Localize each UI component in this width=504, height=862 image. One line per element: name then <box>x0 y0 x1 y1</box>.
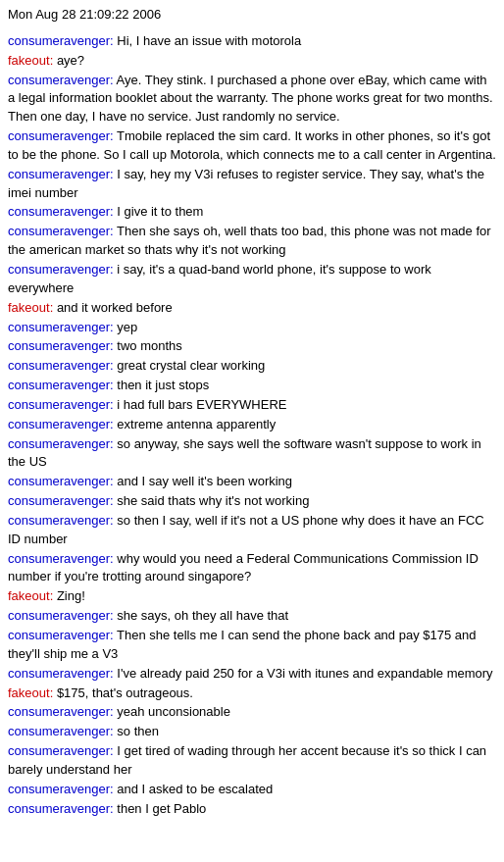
chat-line: fakeout: Zing! <box>8 587 496 606</box>
chat-line: consumeravenger: yep <box>8 319 496 337</box>
username: fakeout: <box>8 588 53 603</box>
username: consumeravenger: <box>8 73 114 87</box>
chat-line: consumeravenger: and I asked to be escal… <box>8 781 496 799</box>
username: consumeravenger: <box>8 33 114 48</box>
username: consumeravenger: <box>8 358 114 373</box>
chat-line: consumeravenger: so then <box>8 723 496 741</box>
username: consumeravenger: <box>8 224 114 238</box>
username: consumeravenger: <box>8 320 114 334</box>
message-text: I've already paid 250 for a V3i with itu… <box>114 666 493 681</box>
username: consumeravenger: <box>8 128 114 143</box>
message-text: i had full bars EVERYWHERE <box>114 397 287 412</box>
username: consumeravenger: <box>8 608 114 623</box>
chat-line: consumeravenger: why would you need a Fe… <box>8 550 496 587</box>
chat-line: fakeout: $175, that's outrageous. <box>8 685 496 703</box>
chat-line: consumeravenger: so then I say, well if … <box>8 512 496 549</box>
message-text: Zing! <box>53 588 85 603</box>
username: consumeravenger: <box>8 474 114 488</box>
chat-line: consumeravenger: then it just stops <box>8 377 496 395</box>
chat-line: consumeravenger: Tmobile replaced the si… <box>8 127 496 165</box>
username: consumeravenger: <box>8 628 114 642</box>
username: fakeout: <box>8 300 53 315</box>
message-text: and I say well it's been working <box>114 474 292 488</box>
message-text: yep <box>114 320 138 334</box>
chat-line: consumeravenger: i had full bars EVERYWH… <box>8 396 496 415</box>
chat-line: consumeravenger: I say, hey my V3i refus… <box>8 166 496 203</box>
chat-line: consumeravenger: two months <box>8 337 496 356</box>
message-text: and it worked before <box>53 300 172 315</box>
chat-line: consumeravenger: Aye. They stink. I purc… <box>8 72 496 127</box>
message-text: $175, that's outrageous. <box>53 685 193 700</box>
username: consumeravenger: <box>8 204 114 219</box>
username: consumeravenger: <box>8 801 114 816</box>
message-text: and I asked to be escalated <box>114 782 274 796</box>
chat-line: consumeravenger: Then she says oh, well … <box>8 223 496 260</box>
message-text: Hi, I have an issue with motorola <box>114 33 301 48</box>
username: consumeravenger: <box>8 378 114 392</box>
message-text: I give it to them <box>114 204 204 219</box>
chat-line: consumeravenger: great crystal clear wor… <box>8 357 496 376</box>
message-text: aye? <box>53 53 84 68</box>
username: consumeravenger: <box>8 493 114 508</box>
username: consumeravenger: <box>8 167 114 181</box>
username: consumeravenger: <box>8 417 114 431</box>
timestamp: Mon Aug 28 21:09:22 2006 <box>8 6 496 25</box>
username: consumeravenger: <box>8 513 114 528</box>
chat-line: consumeravenger: so anyway, she says wel… <box>8 435 496 473</box>
chat-line: consumeravenger: i say, it's a quad-band… <box>8 261 496 298</box>
username: fakeout: <box>8 685 53 700</box>
chat-line: fakeout: aye? <box>8 52 496 71</box>
username: consumeravenger: <box>8 436 114 451</box>
message-text: she said thats why it's not working <box>114 493 310 508</box>
username: consumeravenger: <box>8 666 114 681</box>
message-text: she says, oh they all have that <box>114 608 289 623</box>
chat-line: consumeravenger: she said thats why it's… <box>8 492 496 511</box>
username: consumeravenger: <box>8 704 114 719</box>
chat-line: consumeravenger: yeah unconsionable <box>8 703 496 722</box>
chat-line: consumeravenger: and I say well it's bee… <box>8 473 496 491</box>
username: consumeravenger: <box>8 551 114 566</box>
message-text: great crystal clear working <box>114 358 266 373</box>
username: consumeravenger: <box>8 743 114 758</box>
chat-line: consumeravenger: I give it to them <box>8 203 496 222</box>
chat-line: consumeravenger: I get tired of wading t… <box>8 742 496 780</box>
chat-line: consumeravenger: Then she tells me I can… <box>8 627 496 664</box>
chat-line: consumeravenger: I've already paid 250 f… <box>8 665 496 684</box>
username: fakeout: <box>8 53 53 68</box>
message-text: so then <box>114 724 159 738</box>
chat-line: consumeravenger: extreme antenna apparen… <box>8 416 496 434</box>
username: consumeravenger: <box>8 782 114 796</box>
chat-line: consumeravenger: she says, oh they all h… <box>8 607 496 626</box>
chat-container: consumeravenger: Hi, I have an issue wit… <box>8 32 496 819</box>
chat-line: consumeravenger: then I get Pablo <box>8 800 496 819</box>
message-text: then I get Pablo <box>114 801 207 816</box>
message-text: extreme antenna apparently <box>114 417 277 431</box>
chat-line: consumeravenger: Hi, I have an issue wit… <box>8 32 496 51</box>
message-text: then it just stops <box>114 378 210 392</box>
username: consumeravenger: <box>8 338 114 353</box>
username: consumeravenger: <box>8 262 114 277</box>
username: consumeravenger: <box>8 724 114 738</box>
message-text: two months <box>114 338 182 353</box>
chat-line: fakeout: and it worked before <box>8 299 496 318</box>
message-text: yeah unconsionable <box>114 704 230 719</box>
username: consumeravenger: <box>8 397 114 412</box>
